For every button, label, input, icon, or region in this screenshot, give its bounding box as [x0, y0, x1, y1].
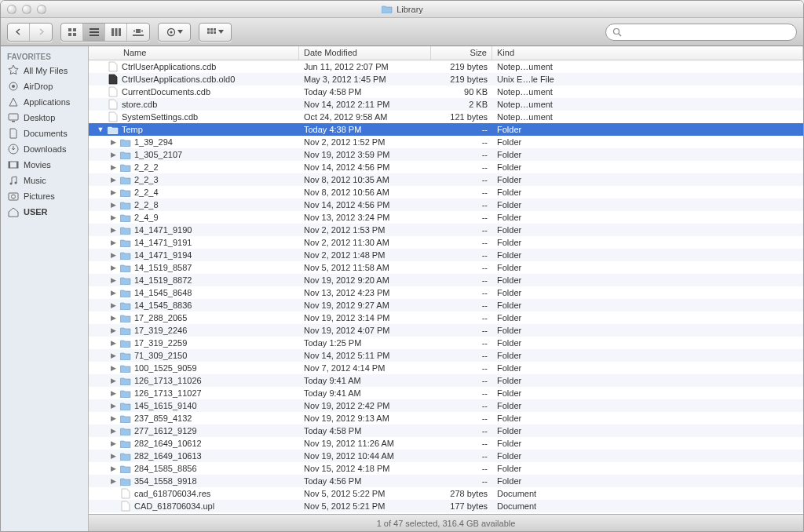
column-view-button[interactable] — [105, 24, 127, 41]
search-input[interactable] — [625, 27, 790, 37]
disclosure-triangle[interactable]: ▶ — [109, 414, 117, 422]
disclosure-triangle[interactable]: ▶ — [109, 188, 117, 196]
disclosure-triangle[interactable]: ▶ — [109, 213, 117, 221]
disclosure-triangle[interactable]: ▶ — [109, 239, 117, 246]
svg-rect-27 — [12, 121, 15, 122]
sidebar-item-documents[interactable]: Documents — [1, 126, 88, 141]
sidebar-item-applications[interactable]: Applications — [1, 94, 88, 110]
table-row[interactable]: ▶2_2_8Nov 14, 2012 4:56 PM--Folder — [89, 199, 803, 211]
disclosure-triangle[interactable]: ▶ — [109, 339, 117, 347]
sidebar-item-airdrop[interactable]: AirDrop — [1, 78, 88, 94]
close-button[interactable] — [7, 5, 16, 14]
disclosure-triangle[interactable]: ▶ — [109, 251, 117, 259]
table-row[interactable]: ▶14_1545_8648Nov 13, 2012 4:23 PM--Folde… — [89, 286, 803, 299]
table-row[interactable]: SystemSettings.cdbOct 24, 2012 9:58 AM12… — [89, 111, 803, 123]
table-row[interactable]: ▼TempToday 4:38 PM--Folder — [89, 123, 803, 136]
column-name[interactable]: Name — [89, 46, 299, 60]
table-row[interactable]: ▶2_2_4Nov 8, 2012 10:56 AM--Folder — [89, 186, 803, 199]
table-row[interactable]: ▶14_1545_8836Nov 19, 2012 9:27 AM--Folde… — [89, 299, 803, 312]
back-button[interactable] — [8, 24, 30, 41]
disclosure-triangle[interactable]: ▶ — [109, 314, 117, 322]
search-field[interactable] — [605, 24, 797, 41]
disclosure-triangle[interactable]: ▶ — [109, 163, 117, 171]
disclosure-triangle[interactable]: ▶ — [109, 377, 117, 384]
table-row[interactable]: ▶126_1713_11026Today 9:41 AM--Folder — [89, 374, 803, 387]
sidebar-item-movies[interactable]: Movies — [1, 157, 88, 173]
disclosure-triangle[interactable]: ▶ — [109, 176, 117, 184]
table-row[interactable]: ▶71_309_2150Nov 14, 2012 5:11 PM--Folder — [89, 349, 803, 362]
coverflow-view-button[interactable] — [127, 24, 149, 41]
file-rows[interactable]: CtrlUserApplications.cdbJun 11, 2012 2:0… — [89, 60, 803, 514]
sidebar-item-desktop[interactable]: Desktop — [1, 110, 88, 126]
sidebar-item-user[interactable]: USER — [1, 204, 88, 220]
list-view-button[interactable] — [83, 24, 105, 41]
disclosure-triangle[interactable]: ▶ — [109, 452, 117, 460]
disclosure-triangle[interactable]: ▶ — [109, 301, 117, 309]
table-row[interactable]: CtrlUserApplications.cdbJun 11, 2012 2:0… — [89, 60, 803, 73]
sidebar-item-downloads[interactable]: Downloads — [1, 141, 88, 157]
disclosure-triangle[interactable]: ▶ — [109, 427, 117, 435]
sidebar-item-label: Pictures — [24, 191, 55, 201]
table-row[interactable]: ▶14_1471_9190Nov 2, 2012 1:53 PM--Folder — [89, 224, 803, 236]
file-date: Nov 19, 2012 9:13 AM — [299, 414, 431, 423]
table-row[interactable]: ▶14_1471_9194Nov 2, 2012 1:48 PM--Folder — [89, 249, 803, 261]
file-kind: Folder — [492, 162, 803, 172]
disclosure-triangle[interactable]: ▶ — [109, 389, 117, 397]
forward-button[interactable] — [30, 24, 52, 41]
table-row[interactable]: ▶145_1615_9140Nov 19, 2012 2:42 PM--Fold… — [89, 399, 803, 412]
table-row[interactable]: CurrentDocuments.cdbToday 4:58 PM90 KBNo… — [89, 86, 803, 98]
table-row[interactable]: ▶126_1713_11027Today 9:41 AM--Folder — [89, 387, 803, 399]
sidebar-item-all-my-files[interactable]: All My Files — [1, 63, 88, 78]
disclosure-triangle[interactable]: ▼ — [97, 126, 104, 133]
disclosure-triangle[interactable]: ▶ — [109, 264, 117, 271]
table-row[interactable]: ▶17_319_2246Nov 19, 2012 4:07 PM--Folder — [89, 324, 803, 337]
arrange-menu[interactable] — [199, 23, 232, 42]
disclosure-triangle[interactable]: ▶ — [109, 477, 117, 485]
disclosure-triangle[interactable]: ▶ — [109, 402, 117, 410]
table-row[interactable]: ▶1_305_2107Nov 19, 2012 3:59 PM--Folder — [89, 148, 803, 161]
disclosure-triangle[interactable]: ▶ — [109, 364, 117, 372]
disclosure-triangle[interactable]: ▶ — [109, 201, 117, 209]
table-row[interactable]: ▶2_2_3Nov 8, 2012 10:35 AM--Folder — [89, 173, 803, 186]
column-date[interactable]: Date Modified — [299, 46, 431, 60]
zoom-button[interactable] — [37, 5, 46, 14]
column-kind[interactable]: Kind — [492, 46, 803, 60]
table-row[interactable]: ▶2_2_2Nov 14, 2012 4:56 PM--Folder — [89, 161, 803, 173]
disclosure-triangle[interactable]: ▶ — [109, 276, 117, 284]
table-row[interactable]: ▶14_1471_9191Nov 2, 2012 11:30 AM--Folde… — [89, 236, 803, 249]
table-row[interactable]: ▶282_1649_10612Nov 19, 2012 11:26 AM--Fo… — [89, 437, 803, 450]
table-row[interactable]: ▶100_1525_9059Nov 7, 2012 4:14 PM--Folde… — [89, 362, 803, 374]
table-row[interactable]: ▶2_4_9Nov 13, 2012 3:24 PM--Folder — [89, 211, 803, 224]
table-row[interactable]: ▶354_1558_9918Today 4:56 PM--Folder — [89, 475, 803, 487]
table-row[interactable]: ▶17_319_2259Today 1:25 PM--Folder — [89, 337, 803, 349]
table-row[interactable]: cad_618706034.resNov 5, 2012 5:22 PM278 … — [89, 487, 803, 500]
table-row[interactable]: ▶1_39_294Nov 2, 2012 1:52 PM--Folder — [89, 136, 803, 148]
action-menu[interactable] — [158, 23, 191, 42]
disclosure-triangle[interactable]: ▶ — [109, 465, 117, 472]
table-row[interactable]: ▶17_288_2065Nov 19, 2012 3:14 PM--Folder — [89, 312, 803, 324]
table-row[interactable]: CAD_618706034.uplNov 5, 2012 5:21 PM177 … — [89, 500, 803, 512]
disclosure-triangle[interactable]: ▶ — [109, 439, 117, 447]
disclosure-triangle[interactable]: ▶ — [109, 138, 117, 146]
column-size[interactable]: Size — [431, 46, 492, 60]
table-row[interactable]: ▶14_1519_8872Nov 19, 2012 9:20 AM--Folde… — [89, 274, 803, 286]
table-row[interactable]: ▶282_1649_10613Nov 19, 2012 10:44 AM--Fo… — [89, 450, 803, 462]
disclosure-triangle[interactable]: ▶ — [109, 226, 117, 234]
svg-rect-1 — [73, 28, 76, 31]
table-row[interactable]: ▶277_1612_9129Today 4:58 PM--Folder — [89, 425, 803, 437]
icon-view-button[interactable] — [61, 24, 83, 41]
table-row[interactable]: ▶237_859_4132Nov 19, 2012 9:13 AM--Folde… — [89, 412, 803, 425]
sidebar-item-pictures[interactable]: Pictures — [1, 188, 88, 204]
sidebar-item-music[interactable]: Music — [1, 173, 88, 188]
disclosure-triangle[interactable]: ▶ — [109, 151, 117, 159]
minimize-button[interactable] — [22, 5, 31, 14]
folder-icon — [119, 437, 132, 450]
table-row[interactable]: store.cdbNov 14, 2012 2:11 PM2 KBNotep…u… — [89, 98, 803, 111]
file-date: Nov 13, 2012 4:23 PM — [299, 288, 431, 297]
disclosure-triangle[interactable]: ▶ — [109, 326, 117, 334]
disclosure-triangle[interactable]: ▶ — [109, 289, 117, 297]
disclosure-triangle[interactable]: ▶ — [109, 352, 117, 359]
table-row[interactable]: ▶14_1519_8587Nov 5, 2012 11:58 AM--Folde… — [89, 261, 803, 274]
table-row[interactable]: CtrlUserApplications.cdb.old0May 3, 2012… — [89, 73, 803, 86]
table-row[interactable]: ▶284_1585_8856Nov 15, 2012 4:18 PM--Fold… — [89, 462, 803, 475]
